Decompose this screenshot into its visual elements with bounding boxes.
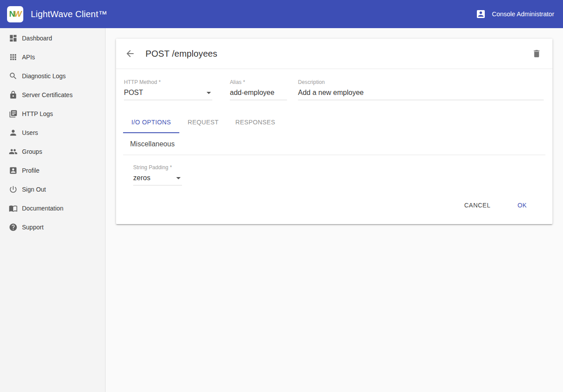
user-label: Console Administrator: [492, 11, 554, 18]
tab-responses[interactable]: RESPONSES: [227, 112, 283, 133]
sidebar-item-http-logs[interactable]: HTTP Logs: [0, 104, 105, 123]
sidebar-item-label: Sign Out: [22, 186, 46, 193]
logo-letter-w: W: [14, 9, 21, 19]
section-title: Miscellaneous: [130, 140, 552, 148]
sidebar-item-label: APIs: [22, 54, 35, 61]
endpoint-form-row: HTTP Method * POST Alias * Description: [116, 69, 552, 100]
sidebar-item-users[interactable]: Users: [0, 123, 105, 142]
power-icon: [9, 185, 18, 194]
string-padding-value: zeros: [133, 174, 150, 182]
tab-bar: I/O OPTIONS REQUEST RESPONSES: [116, 112, 552, 133]
description-label: Description: [298, 79, 544, 85]
sidebar-item-server-certificates[interactable]: Server Certificates: [0, 85, 105, 104]
sidebar-item-groups[interactable]: Groups: [0, 142, 105, 161]
delete-button[interactable]: [530, 47, 544, 61]
endpoint-card: POST /employees HTTP Method * POST: [116, 39, 552, 224]
alias-input[interactable]: [230, 85, 287, 100]
help-icon: [9, 223, 18, 232]
http-method-field: HTTP Method * POST: [124, 79, 212, 100]
lock-icon: [9, 91, 18, 99]
user-menu[interactable]: Console Administrator: [474, 6, 556, 22]
account-box-icon: [9, 166, 18, 175]
shell: Dashboard APIs Diagnostic Logs Server Ce…: [0, 28, 563, 392]
page-title: POST /employees: [145, 49, 217, 59]
sidebar-item-diagnostic-logs[interactable]: Diagnostic Logs: [0, 66, 105, 85]
main-content: POST /employees HTTP Method * POST: [105, 28, 563, 392]
cancel-button[interactable]: CANCEL: [457, 197, 498, 213]
sidebar-item-label: Documentation: [22, 205, 63, 212]
sidebar-item-dashboard[interactable]: Dashboard: [0, 29, 105, 47]
people-icon: [9, 147, 18, 156]
arrow-back-icon: [125, 48, 135, 59]
sidebar-item-label: HTTP Logs: [22, 110, 53, 117]
section-divider: [123, 155, 545, 155]
sidebar-item-documentation[interactable]: Documentation: [0, 199, 105, 218]
sidebar-item-label: Groups: [22, 148, 42, 155]
http-method-value: POST: [124, 89, 143, 97]
dashboard-icon: [9, 34, 18, 43]
app-logo: NW: [7, 6, 23, 22]
search-icon: [9, 72, 18, 80]
tab-request[interactable]: REQUEST: [179, 112, 227, 133]
dropdown-arrow-icon: [176, 177, 181, 179]
apps-grid-icon: [9, 53, 18, 62]
description-field: Description: [298, 79, 544, 100]
sidebar-item-label: Diagnostic Logs: [22, 73, 66, 80]
sidebar-item-profile[interactable]: Profile: [0, 161, 105, 180]
alias-label: Alias *: [230, 79, 287, 85]
string-padding-select[interactable]: zeros: [133, 171, 182, 185]
http-method-select[interactable]: POST: [124, 85, 212, 100]
app-header: NW LightWave Client™ Console Administrat…: [0, 0, 563, 28]
sidebar-item-sign-out[interactable]: Sign Out: [0, 180, 105, 199]
sidebar-item-label: Profile: [22, 167, 40, 174]
string-padding-label: String Padding *: [133, 164, 182, 171]
book-icon: [9, 204, 18, 213]
card-actions: CANCEL OK: [116, 185, 552, 224]
sidebar-item-apis[interactable]: APIs: [0, 47, 105, 66]
alias-field: Alias *: [230, 79, 287, 100]
http-method-label: HTTP Method *: [124, 79, 212, 85]
dropdown-arrow-icon: [207, 92, 211, 94]
string-padding-field: String Padding * zeros: [133, 164, 182, 185]
description-input[interactable]: [298, 85, 544, 100]
logs-icon: [9, 109, 18, 118]
card-header: POST /employees: [116, 39, 552, 69]
app-root: NW LightWave Client™ Console Administrat…: [0, 0, 563, 392]
app-title: LightWave Client™: [31, 9, 107, 19]
account-box-icon: [476, 9, 486, 19]
person-icon: [9, 128, 18, 137]
sidebar-item-label: Support: [22, 224, 44, 231]
trash-icon: [532, 49, 541, 58]
sidebar-item-label: Dashboard: [22, 35, 52, 42]
ok-button[interactable]: OK: [508, 197, 536, 213]
sidebar: Dashboard APIs Diagnostic Logs Server Ce…: [0, 28, 105, 392]
sidebar-item-support[interactable]: Support: [0, 218, 105, 236]
sidebar-item-label: Users: [22, 129, 38, 136]
tab-io-options[interactable]: I/O OPTIONS: [123, 112, 179, 133]
back-button[interactable]: [123, 47, 137, 61]
sidebar-item-label: Server Certificates: [22, 91, 73, 98]
